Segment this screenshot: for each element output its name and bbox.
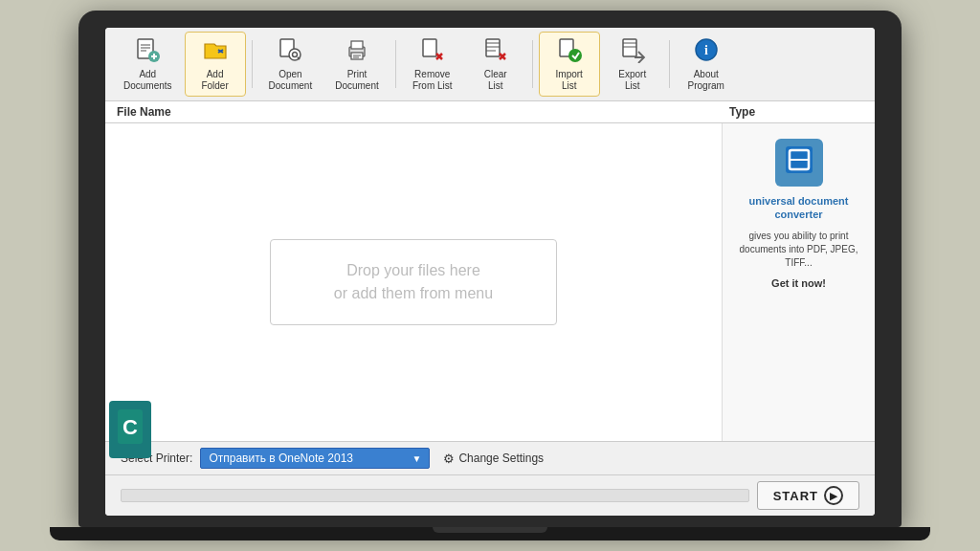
remove-from-list-label: Remove From List <box>412 69 453 92</box>
toolbar-sep-3 <box>532 40 533 88</box>
svg-rect-14 <box>351 41 363 49</box>
about-program-button[interactable]: i About Program <box>676 32 737 97</box>
col-file-name: File Name <box>117 105 729 119</box>
sidebar-ad: universal document converter gives you a… <box>722 123 875 441</box>
add-documents-label: Add Documents <box>123 69 172 92</box>
laptop-base <box>50 527 930 540</box>
svg-rect-18 <box>423 39 436 56</box>
udc-logo-box <box>775 139 823 187</box>
svg-line-12 <box>298 57 300 59</box>
udc-cta[interactable]: Get it now! <box>771 277 826 289</box>
col-type: Type <box>729 105 863 119</box>
toolbar-sep-4 <box>669 40 670 88</box>
export-list-icon <box>619 36 646 67</box>
start-bar: START ▶ <box>105 474 875 516</box>
svg-text:C: C <box>122 415 138 439</box>
open-document-icon <box>277 36 303 67</box>
add-folder-button[interactable]: Add Folder <box>185 32 246 97</box>
progress-bar <box>121 489 749 502</box>
svg-rect-21 <box>486 39 500 56</box>
play-icon: ▶ <box>824 486 843 505</box>
printer-bar: Select Printer: Отправить в OneNote 2013… <box>105 441 875 474</box>
start-button[interactable]: START ▶ <box>757 481 859 510</box>
start-label: START <box>773 489 818 503</box>
export-list-button[interactable]: Export List <box>602 32 663 97</box>
clear-list-button[interactable]: Clear List <box>465 32 526 97</box>
remove-from-list-button[interactable]: Remove From List <box>402 32 463 97</box>
import-list-label: Import List <box>556 69 583 92</box>
export-list-label: Export List <box>618 69 646 92</box>
add-folder-label: Add Folder <box>201 69 228 92</box>
app-logo: C <box>109 401 151 458</box>
app-logo-icon: C <box>116 408 145 452</box>
change-settings-label: Change Settings <box>458 452 544 465</box>
toolbar: Add Documents Add Folder <box>105 28 875 101</box>
udc-product-name: universal document converter <box>734 194 863 222</box>
add-folder-icon <box>202 36 229 67</box>
svg-rect-29 <box>623 39 636 56</box>
main-content: Drop your files here or add them from me… <box>105 123 875 441</box>
drop-zone[interactable]: Drop your files here or add them from me… <box>270 239 557 325</box>
open-document-button[interactable]: Open Document <box>258 32 323 97</box>
svg-point-28 <box>568 49 582 62</box>
clear-list-label: Clear List <box>484 69 507 92</box>
print-document-label: Print Document <box>335 69 379 92</box>
change-settings-button[interactable]: ⚙ Change Settings <box>437 450 549 468</box>
import-list-button[interactable]: Import List <box>539 32 600 97</box>
gear-icon: ⚙ <box>443 452 455 466</box>
open-document-label: Open Document <box>269 69 313 92</box>
udc-description: gives you ability to print documents int… <box>734 230 863 270</box>
column-headers: File Name Type <box>105 101 875 123</box>
add-documents-icon <box>134 36 161 67</box>
clear-list-icon <box>482 36 509 67</box>
printer-select[interactable]: Отправить в OneNote 2013 ▼ <box>200 448 430 469</box>
drop-zone-line2: or add them from menu <box>334 282 493 305</box>
toolbar-sep-2 <box>395 40 396 88</box>
svg-text:i: i <box>704 43 708 57</box>
remove-from-list-icon <box>419 36 446 67</box>
printer-dropdown-arrow: ▼ <box>412 453 421 464</box>
toolbar-sep-1 <box>252 40 253 88</box>
print-document-button[interactable]: Print Document <box>324 32 390 97</box>
drop-zone-line1: Drop your files here <box>334 259 493 282</box>
about-program-label: About Program <box>688 69 724 92</box>
print-document-icon <box>344 36 370 67</box>
import-list-icon <box>556 36 583 67</box>
add-documents-button[interactable]: Add Documents <box>113 32 183 97</box>
file-list-area[interactable]: Drop your files here or add them from me… <box>105 123 722 441</box>
udc-logo-icon <box>782 143 816 184</box>
about-program-icon: i <box>693 36 720 67</box>
printer-value: Отправить в OneNote 2013 <box>209 452 353 465</box>
